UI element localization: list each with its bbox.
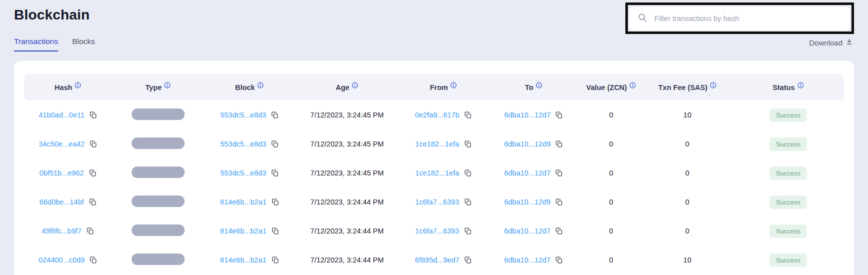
page-title: Blockchain xyxy=(14,7,90,23)
copy-icon[interactable] xyxy=(90,140,97,148)
column-header-label: Status xyxy=(772,84,794,92)
info-icon[interactable] xyxy=(257,82,264,88)
age-cell: 7/12/2023, 3:24:44 PM xyxy=(295,188,400,216)
value-cell: 0 xyxy=(580,158,642,188)
copy-icon[interactable] xyxy=(464,256,472,264)
copy-icon[interactable] xyxy=(272,198,279,206)
transaction-hash-link[interactable]: 0bf51b...e962 xyxy=(40,169,84,177)
column-header-label: To xyxy=(525,84,533,92)
transaction-hash-link[interactable]: 49f8fc...b9f7 xyxy=(42,227,82,235)
to-address-link[interactable]: 6dba10...12d9 xyxy=(504,140,551,148)
block-hash-link[interactable]: 814e6b...b2a1 xyxy=(220,256,267,264)
status-badge: Success xyxy=(769,108,807,122)
txn-fee-cell: 0 xyxy=(642,216,732,246)
from-address-link[interactable]: 0e2fa9...617b xyxy=(415,111,459,119)
download-icon xyxy=(845,38,853,47)
to-address-link[interactable]: 6dba10...12d7 xyxy=(504,256,551,264)
txn-fee-cell: 10 xyxy=(642,100,732,130)
info-icon[interactable] xyxy=(352,82,358,88)
age-cell: 7/12/2023, 3:24:45 PM xyxy=(295,130,400,158)
copy-icon[interactable] xyxy=(271,140,279,148)
copy-icon[interactable] xyxy=(555,169,563,177)
copy-icon[interactable] xyxy=(89,169,97,177)
to-address-link[interactable]: 6dba10...12d9 xyxy=(504,198,551,206)
copy-icon[interactable] xyxy=(464,111,472,119)
blockchain-explorer-page: Blockchain Transactions Blocks Download xyxy=(0,0,868,275)
column-header-label: Block xyxy=(235,84,255,92)
table-row: 34c50e...ea42 553dc5...e8d3 xyxy=(24,130,844,158)
column-header: Block xyxy=(205,74,295,100)
transaction-hash-link[interactable]: 66d0be...14bf xyxy=(40,198,84,206)
table-row: 66d0be...14bf 814e6b...b2a1 xyxy=(24,188,844,216)
copy-icon[interactable] xyxy=(272,256,279,264)
info-icon[interactable] xyxy=(536,82,542,88)
copy-icon[interactable] xyxy=(272,227,279,235)
copy-icon[interactable] xyxy=(555,227,563,235)
copy-icon[interactable] xyxy=(555,198,563,206)
tab-blocks[interactable]: Blocks xyxy=(72,37,95,52)
txn-fee-cell: 10 xyxy=(642,246,732,274)
status-badge: Success xyxy=(769,196,807,209)
transaction-hash-link[interactable]: 41b0ad...0e11 xyxy=(39,111,85,119)
copy-icon[interactable] xyxy=(464,169,472,177)
transaction-hash-link[interactable]: 024400...c0d9 xyxy=(39,256,85,264)
copy-icon[interactable] xyxy=(90,111,97,119)
download-label: Download xyxy=(809,38,842,47)
column-header-label: Value (ZCN) xyxy=(586,84,627,92)
search-box[interactable] xyxy=(629,6,850,30)
from-address-link[interactable]: 1ce182...1efa xyxy=(415,169,459,177)
transaction-hash-link[interactable]: 34c50e...ea42 xyxy=(39,140,85,148)
txn-fee-cell: 0 xyxy=(642,188,732,216)
table-row: 41b0ad...0e11 553dc5...e8d3 xyxy=(24,100,844,130)
value-cell: 0 xyxy=(580,188,642,216)
from-address-link[interactable]: 1c6fa7...6393 xyxy=(415,198,459,206)
block-hash-link[interactable]: 814e6b...b2a1 xyxy=(220,198,267,206)
table-row: 0bf51b...e962 553dc5...e8d3 xyxy=(24,158,844,188)
type-skeleton-pill xyxy=(132,166,185,178)
copy-icon[interactable] xyxy=(271,169,279,177)
copy-icon[interactable] xyxy=(464,227,472,235)
filter-transactions-input[interactable] xyxy=(654,14,842,22)
column-header-label: Type xyxy=(146,84,162,92)
download-button[interactable]: Download xyxy=(809,38,853,47)
copy-icon[interactable] xyxy=(464,140,472,148)
column-header: From xyxy=(400,74,487,100)
copy-icon[interactable] xyxy=(555,256,563,264)
copy-icon[interactable] xyxy=(89,198,97,206)
block-hash-link[interactable]: 553dc5...e8d3 xyxy=(220,111,266,119)
info-icon[interactable] xyxy=(797,82,804,88)
table-row: 49f8fc...b9f7 814e6b...b2a1 xyxy=(24,216,844,246)
copy-icon[interactable] xyxy=(555,111,563,119)
copy-icon[interactable] xyxy=(464,198,472,206)
copy-icon[interactable] xyxy=(87,227,94,235)
info-icon[interactable] xyxy=(75,82,81,88)
txn-fee-cell: 0 xyxy=(642,130,732,158)
from-address-link[interactable]: 6f895d...9ed7 xyxy=(415,256,459,264)
column-header-label: From xyxy=(430,84,448,92)
block-hash-link[interactable]: 553dc5...e8d3 xyxy=(220,140,266,148)
value-cell: 0 xyxy=(580,246,642,274)
copy-icon[interactable] xyxy=(90,256,97,264)
to-address-link[interactable]: 6dba10...12d7 xyxy=(504,111,551,119)
info-icon[interactable] xyxy=(164,82,171,88)
from-address-link[interactable]: 1ce182...1efa xyxy=(415,140,459,148)
info-icon[interactable] xyxy=(629,82,636,88)
type-skeleton-pill xyxy=(132,254,185,265)
column-header-label: Age xyxy=(336,84,349,92)
from-address-link[interactable]: 1c6fa7...6393 xyxy=(415,227,459,235)
table-header-row: Hash Type Block xyxy=(24,74,844,100)
column-header: Status xyxy=(732,74,844,100)
info-icon[interactable] xyxy=(710,82,716,88)
type-skeleton-pill xyxy=(132,224,185,236)
block-hash-link[interactable]: 814e6b...b2a1 xyxy=(220,227,267,235)
copy-icon[interactable] xyxy=(271,111,279,119)
info-icon[interactable] xyxy=(450,82,457,88)
to-address-link[interactable]: 6dba10...12d7 xyxy=(504,227,551,235)
copy-icon[interactable] xyxy=(555,140,563,148)
to-address-link[interactable]: 6dba10...12d7 xyxy=(504,169,551,177)
block-hash-link[interactable]: 553dc5...e8d3 xyxy=(220,169,266,177)
type-skeleton-pill xyxy=(132,196,185,207)
transactions-table-card: Hash Type Block xyxy=(14,61,854,275)
tab-transactions[interactable]: Transactions xyxy=(14,37,58,52)
column-header: Value (ZCN) xyxy=(580,74,642,100)
